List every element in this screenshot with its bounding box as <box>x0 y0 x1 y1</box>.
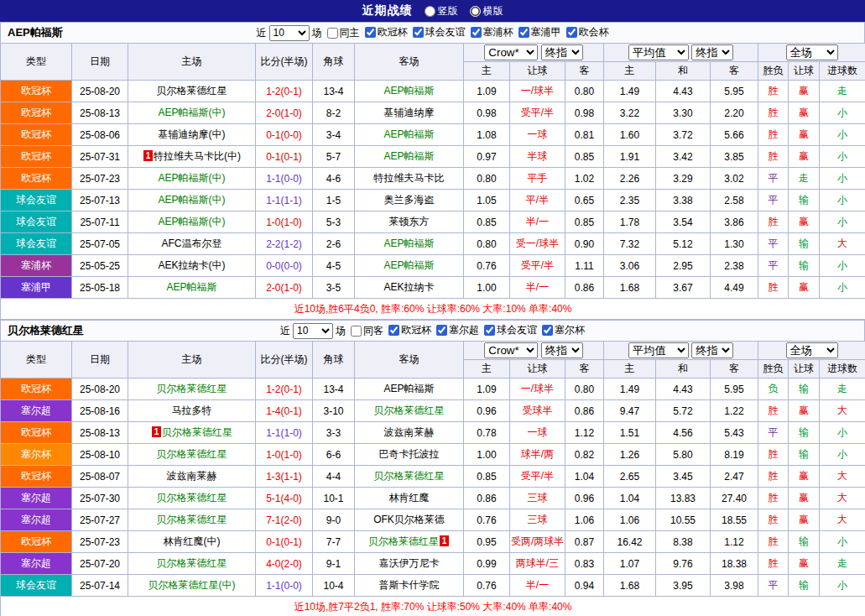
away-team[interactable]: 普斯卡什学院 <box>355 575 464 597</box>
score[interactable]: 0-0(0-0) <box>256 255 313 277</box>
league-filter[interactable]: 欧会杯 <box>565 25 609 39</box>
away-team[interactable]: AEP帕福斯 <box>355 378 464 400</box>
average-select[interactable]: 平均值 <box>628 44 689 60</box>
score[interactable]: 1-3(1-1) <box>256 466 313 488</box>
home-team[interactable]: 基辅迪纳摩(中) <box>128 124 256 146</box>
home-team[interactable]: AEP帕福斯(中) <box>128 211 256 233</box>
odds-source-select[interactable]: Crow* <box>484 342 538 358</box>
home-team[interactable]: 贝尔格莱德红星 <box>128 444 256 466</box>
score[interactable]: 0-1(0-1) <box>256 146 313 168</box>
away-team[interactable]: 特拉维夫马卡比 <box>355 168 464 190</box>
home-team[interactable]: 1贝尔格莱德红星 <box>128 422 256 444</box>
avg-draw: 3.67 <box>656 277 711 299</box>
score[interactable]: 5-1(4-0) <box>256 488 313 509</box>
recent-count-select[interactable]: 10 <box>269 25 310 41</box>
score[interactable]: 1-2(0-1) <box>256 378 313 400</box>
away-team[interactable]: 嘉沃伊万尼卡 <box>355 553 464 575</box>
league-checkbox[interactable] <box>471 27 482 38</box>
league-filter[interactable]: 欧冠杯 <box>363 25 408 39</box>
league-filter[interactable]: 塞浦甲 <box>517 25 561 39</box>
score[interactable]: 1-0(1-0) <box>256 444 313 466</box>
away-team[interactable]: 贝尔格莱德红星 <box>355 400 464 422</box>
league-filter[interactable]: 塞尔杯 <box>540 323 585 337</box>
home-team[interactable]: 贝尔格莱德红星 <box>128 488 256 509</box>
score[interactable]: 1-1(0-0) <box>256 575 313 597</box>
league-checkbox[interactable] <box>566 27 577 38</box>
score[interactable]: 1-1(1-1) <box>256 190 313 211</box>
home-team[interactable]: 贝尔格莱德红星 <box>128 81 256 102</box>
score[interactable]: 1-1(1-0) <box>256 422 313 444</box>
vertical-radio-input[interactable] <box>425 6 435 17</box>
final-odds-select-2[interactable]: 终指 <box>691 44 733 60</box>
away-team[interactable]: 莱顿东方 <box>355 211 464 233</box>
same-checkbox[interactable] <box>351 326 362 337</box>
home-team[interactable]: 贝尔格莱德红星(中) <box>128 575 256 597</box>
league-filter[interactable]: 欧冠杯 <box>387 323 431 337</box>
final-odds-select-2[interactable]: 终指 <box>691 342 733 358</box>
home-team[interactable]: AEP帕福斯 <box>128 277 256 299</box>
away-team[interactable]: AEP帕福斯 <box>355 124 464 146</box>
home-team[interactable]: 马拉多特 <box>128 400 256 422</box>
league-checkbox[interactable] <box>518 27 529 38</box>
score[interactable]: 1-2(0-1) <box>256 81 313 102</box>
home-team[interactable]: AEP帕福斯(中) <box>128 102 256 124</box>
same-checkbox[interactable] <box>327 28 338 39</box>
home-team[interactable]: 贝尔格莱德红星 <box>128 378 256 400</box>
home-team[interactable]: 波兹南莱赫 <box>128 466 256 488</box>
away-team[interactable]: AEK拉纳卡 <box>355 277 464 299</box>
home-team[interactable]: 1特拉维夫马卡比(中) <box>128 146 256 168</box>
score[interactable]: 1-4(0-1) <box>256 400 313 422</box>
score[interactable]: 4-0(2-0) <box>256 553 313 575</box>
league-checkbox[interactable] <box>484 325 495 336</box>
score[interactable]: 0-1(0-1) <box>256 531 313 553</box>
away-team[interactable]: 波兹南莱赫 <box>355 422 464 444</box>
fullmatch-select[interactable]: 全场 <box>786 44 838 60</box>
score[interactable]: 7-1(2-0) <box>256 509 313 531</box>
league-checkbox[interactable] <box>413 27 424 38</box>
match-date: 25-08-13 <box>72 422 128 444</box>
horizontal-radio-input[interactable] <box>470 6 481 17</box>
league-checkbox[interactable] <box>388 325 399 336</box>
home-team[interactable]: AFC温布尔登 <box>128 233 256 255</box>
home-team[interactable]: AEP帕福斯(中) <box>128 190 256 211</box>
away-team[interactable]: AEP帕福斯 <box>355 146 464 168</box>
away-team[interactable]: 林肯红魔 <box>355 488 464 509</box>
same-filter[interactable]: 同客 <box>349 324 383 338</box>
away-team[interactable]: 奥兰多海盗 <box>355 190 464 211</box>
away-team[interactable]: 巴奇卡托波拉 <box>355 444 464 466</box>
league-filter[interactable]: 塞尔超 <box>435 323 479 337</box>
home-team[interactable]: AEP帕福斯(中) <box>128 168 256 190</box>
away-team[interactable]: 贝尔格莱德红星 <box>355 466 464 488</box>
score[interactable]: 0-1(0-0) <box>256 124 313 146</box>
away-team[interactable]: AEP帕福斯 <box>355 233 464 255</box>
score[interactable]: 2-2(1-2) <box>256 233 313 255</box>
recent-count-select[interactable]: 10 <box>293 323 333 339</box>
home-team[interactable]: 贝尔格莱德红星 <box>128 553 256 575</box>
away-team[interactable]: 贝尔格莱德红星1 <box>355 531 464 553</box>
home-team[interactable]: 贝尔格莱德红星 <box>128 509 256 531</box>
away-team[interactable]: 基辅迪纳摩 <box>355 102 464 124</box>
final-odds-select[interactable]: 终指 <box>541 342 583 358</box>
score[interactable]: 1-1(0-0) <box>256 168 313 190</box>
layout-radio-horizontal[interactable]: 横版 <box>470 4 503 18</box>
league-checkbox[interactable] <box>365 27 376 38</box>
league-filter[interactable]: 球会友谊 <box>411 25 466 39</box>
score[interactable]: 2-0(1-0) <box>256 277 313 299</box>
score[interactable]: 1-0(1-0) <box>256 211 313 233</box>
league-filter[interactable]: 球会友谊 <box>482 323 537 337</box>
away-team[interactable]: AEP帕福斯 <box>355 255 464 277</box>
final-odds-select[interactable]: 终指 <box>541 44 583 60</box>
score[interactable]: 2-0(1-0) <box>256 102 313 124</box>
odds-source-select[interactable]: Crow* <box>484 44 538 60</box>
league-checkbox[interactable] <box>542 325 553 336</box>
fullmatch-select[interactable]: 全场 <box>786 342 838 358</box>
league-checkbox[interactable] <box>436 325 447 336</box>
league-filter[interactable]: 塞浦杯 <box>469 25 513 39</box>
layout-radio-vertical[interactable]: 竖版 <box>425 4 458 18</box>
same-filter[interactable]: 同主 <box>326 26 360 40</box>
average-select[interactable]: 平均值 <box>628 342 689 358</box>
away-team[interactable]: OFK贝尔格莱德 <box>355 509 464 531</box>
away-team[interactable]: AEP帕福斯 <box>355 81 464 102</box>
home-team[interactable]: AEK拉纳卡(中) <box>128 255 256 277</box>
home-team[interactable]: 林肯红魔(中) <box>128 531 256 553</box>
